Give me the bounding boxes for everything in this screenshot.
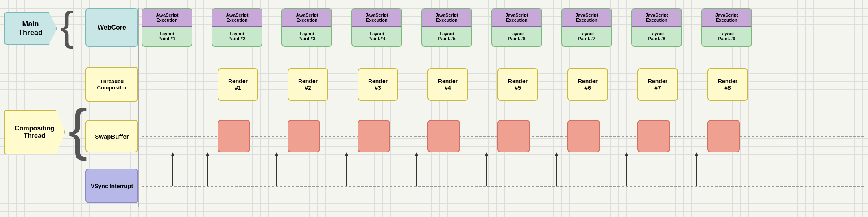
swap-block-1 (218, 120, 250, 152)
render-block-8: Render#8 (707, 68, 748, 101)
vsync-label: VSync Interrupt (85, 169, 138, 203)
render-block-7: Render#7 (637, 68, 678, 101)
svg-marker-5 (275, 152, 279, 156)
render-block-6: Render#6 (567, 68, 608, 101)
vertical-separator (138, 8, 139, 207)
webcore-label: WebCore (85, 8, 138, 47)
render-block-4: Render#4 (427, 68, 468, 101)
swap-block-8 (707, 120, 740, 152)
render-block-2: Render#2 (288, 68, 328, 101)
swap-block-5 (497, 120, 530, 152)
js-block-7: JavaScriptExecution LayoutPaint.#7 (561, 8, 612, 47)
compositing-thread-label: Compositing Thread (4, 110, 65, 154)
js-block-3: JavaScriptExecution LayoutPaint.#3 (281, 8, 332, 47)
js-block-1: JavaScriptExecution LayoutPaint.#1 (142, 8, 192, 47)
main-thread-brace: { (60, 6, 74, 46)
js-block-9: JavaScriptExecution LayoutPaint.#9 (701, 8, 752, 47)
svg-marker-1 (171, 152, 175, 156)
js-block-2: JavaScriptExecution LayoutPaint.#2 (212, 8, 262, 47)
svg-marker-11 (484, 152, 489, 156)
main-thread-label: Main Thread (4, 12, 57, 45)
svg-marker-15 (624, 152, 628, 156)
swap-buffer-label: SwapBuffer (85, 120, 138, 152)
render-block-3: Render#3 (358, 68, 398, 101)
swap-block-7 (637, 120, 670, 152)
swap-block-6 (567, 120, 600, 152)
diagram: Main Thread Compositing Thread { { WebCo… (0, 0, 868, 217)
js-block-4: JavaScriptExecution LayoutPaint.#4 (351, 8, 402, 47)
svg-marker-3 (205, 152, 209, 156)
swap-block-3 (358, 120, 390, 152)
threaded-compositor-label: Threaded Compositor (85, 67, 138, 102)
js-block-5: JavaScriptExecution LayoutPaint.#5 (421, 8, 472, 47)
svg-marker-7 (345, 152, 349, 156)
vsync-dashed-line (142, 186, 864, 187)
swap-block-4 (427, 120, 460, 152)
swap-block-2 (288, 120, 320, 152)
svg-marker-17 (694, 152, 698, 156)
js-block-6: JavaScriptExecution LayoutPaint.#6 (491, 8, 542, 47)
svg-marker-13 (554, 152, 558, 156)
svg-marker-9 (414, 152, 419, 156)
compositing-thread-brace: { (68, 101, 87, 158)
render-block-1: Render#1 (218, 68, 258, 101)
js-block-8: JavaScriptExecution LayoutPaint.#8 (631, 8, 682, 47)
render-block-5: Render#5 (497, 68, 538, 101)
